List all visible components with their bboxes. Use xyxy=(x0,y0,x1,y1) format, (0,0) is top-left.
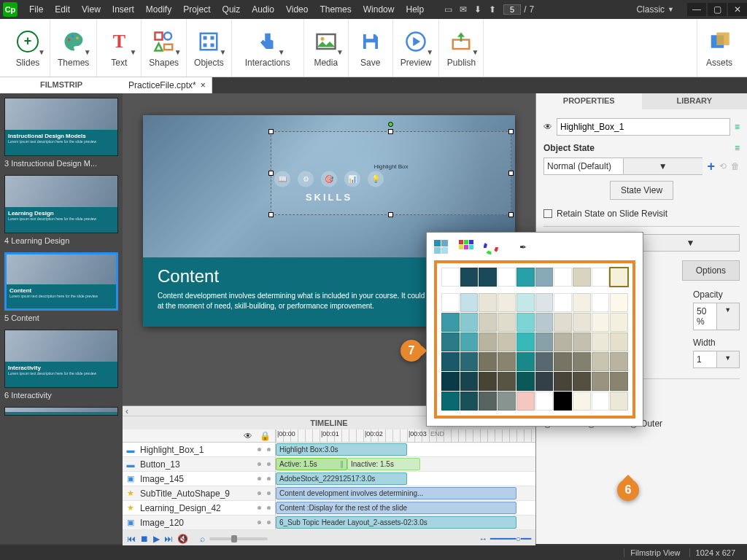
state-view-button[interactable]: State View xyxy=(610,181,673,200)
color-swatch[interactable] xyxy=(516,268,535,287)
ribbon-interactions[interactable]: ▼ Interactions xyxy=(232,19,304,77)
color-swatch[interactable] xyxy=(460,372,479,391)
color-swatch[interactable] xyxy=(479,392,497,411)
ribbon-media[interactable]: ▼ Media xyxy=(304,19,349,77)
color-swatch[interactable] xyxy=(610,293,628,312)
timeline-row[interactable]: ★SubTitle_AutoShape_9Content development… xyxy=(123,486,535,501)
color-swatch[interactable] xyxy=(592,392,610,411)
swatch-grid[interactable] xyxy=(434,260,635,419)
toolbar-icon[interactable]: ▭ xyxy=(444,4,452,15)
mail-icon[interactable]: ✉ xyxy=(460,4,467,15)
width-input[interactable]: 1▼ xyxy=(693,351,740,368)
mute-icon[interactable]: 🔇 xyxy=(177,534,188,544)
color-swatch[interactable] xyxy=(498,293,516,312)
close-tab-icon[interactable]: × xyxy=(201,80,206,90)
menu-file[interactable]: File xyxy=(23,1,49,18)
swatch-tab-icon[interactable] xyxy=(434,240,449,254)
color-swatch[interactable] xyxy=(441,293,460,312)
color-swatch[interactable] xyxy=(516,372,535,391)
add-state-icon[interactable]: + xyxy=(707,159,715,174)
object-name-input[interactable] xyxy=(557,118,730,136)
down-icon[interactable]: ⬇ xyxy=(474,4,481,15)
color-swatch[interactable] xyxy=(592,372,610,391)
ribbon-preview[interactable]: ▼ Preview xyxy=(393,19,440,77)
color-swatch[interactable] xyxy=(460,268,479,287)
timeline-row[interactable]: ▬Highlight_Box_1Highlight Box:3.0s xyxy=(123,443,535,457)
workspace-switcher[interactable]: Classic▼ xyxy=(632,4,678,15)
color-swatch[interactable] xyxy=(592,352,610,371)
color-swatch[interactable] xyxy=(573,332,591,351)
library-tab[interactable]: LIBRARY xyxy=(642,93,748,109)
color-swatch[interactable] xyxy=(610,372,628,391)
ribbon-shapes[interactable]: ▼ Shapes xyxy=(142,19,187,77)
color-swatch[interactable] xyxy=(554,268,572,287)
color-swatch[interactable] xyxy=(535,372,554,391)
filmstrip-thumb[interactable]: Instructional Design ModelsLorem ipsum t… xyxy=(4,98,118,168)
stop-icon[interactable]: ⏹ xyxy=(140,534,149,544)
color-swatch[interactable] xyxy=(441,332,460,351)
eyedropper-icon[interactable]: ✒ xyxy=(516,240,530,254)
color-swatch[interactable] xyxy=(516,293,535,312)
window-min[interactable]: — xyxy=(687,3,706,16)
color-swatch[interactable] xyxy=(610,392,628,411)
opacity-input[interactable]: 50 %▼ xyxy=(693,303,740,330)
page-current[interactable] xyxy=(503,4,521,15)
properties-tab[interactable]: PROPERTIES xyxy=(536,93,642,109)
state-dropdown[interactable]: Normal (Default)▼ xyxy=(543,158,703,175)
reset-icon[interactable]: ⟲ xyxy=(719,161,727,171)
ribbon-slides[interactable]: +▼ Slides xyxy=(6,19,50,77)
color-swatch[interactable] xyxy=(535,352,554,371)
color-swatch[interactable] xyxy=(498,313,516,332)
color-swatch[interactable] xyxy=(460,313,479,332)
menu-audio[interactable]: Audio xyxy=(246,1,280,18)
highlight-box[interactable]: Highlight Box xyxy=(271,131,511,215)
play-icon[interactable]: ▶ xyxy=(153,534,160,544)
timeline-row[interactable]: ★Learning_Design_42Content :Display for … xyxy=(123,501,535,516)
menu-icon[interactable]: ≡ xyxy=(735,122,740,132)
color-swatch[interactable] xyxy=(610,268,628,287)
color-swatch[interactable] xyxy=(479,293,497,312)
trash-icon[interactable]: 🗑 xyxy=(731,161,740,171)
color-swatch[interactable] xyxy=(610,313,628,332)
ribbon-save[interactable]: Save xyxy=(349,19,393,77)
eye-icon[interactable]: 👁 xyxy=(244,431,252,441)
timeline-row[interactable]: ▣Image_1206_Sub Topic Header Layout_2-as… xyxy=(123,516,535,530)
menu-video[interactable]: Video xyxy=(280,1,314,18)
color-swatch[interactable] xyxy=(479,352,497,371)
color-swatch[interactable] xyxy=(535,293,554,312)
color-swatch[interactable] xyxy=(460,332,479,351)
rgb-tab-icon[interactable] xyxy=(459,240,473,254)
color-swatch[interactable] xyxy=(554,352,572,371)
window-max[interactable]: ▢ xyxy=(708,3,727,16)
color-swatch[interactable] xyxy=(592,268,610,287)
color-swatch[interactable] xyxy=(498,372,516,391)
color-swatch[interactable] xyxy=(573,352,591,371)
color-swatch[interactable] xyxy=(535,313,554,332)
color-swatch[interactable] xyxy=(554,313,572,332)
ribbon-assets[interactable]: Assets xyxy=(697,19,741,77)
end-icon[interactable]: ⏭ xyxy=(164,534,173,544)
filmstrip-thumb[interactable]: Learning DesignLorem ipsum text descript… xyxy=(4,175,118,245)
color-swatch[interactable] xyxy=(498,332,516,351)
color-swatch[interactable] xyxy=(516,392,535,411)
menu-quiz[interactable]: Quiz xyxy=(217,1,247,18)
menu-project[interactable]: Project xyxy=(177,1,216,18)
color-swatch[interactable] xyxy=(441,268,460,287)
color-swatch[interactable] xyxy=(610,352,628,371)
color-swatch[interactable] xyxy=(479,372,497,391)
wheel-tab-icon[interactable] xyxy=(484,240,498,254)
color-swatch[interactable] xyxy=(516,352,535,371)
color-swatch[interactable] xyxy=(573,392,591,411)
color-swatch[interactable] xyxy=(441,313,460,332)
color-swatch[interactable] xyxy=(592,313,610,332)
menu-modify[interactable]: Modify xyxy=(140,1,177,18)
filmstrip-thumb[interactable]: ContentLorem ipsum text description here… xyxy=(4,252,118,322)
color-picker-popup[interactable]: ✒ xyxy=(426,232,643,427)
color-swatch[interactable] xyxy=(479,332,497,351)
filmstrip[interactable]: Instructional Design ModelsLorem ipsum t… xyxy=(0,93,123,544)
color-swatch[interactable] xyxy=(610,332,628,351)
color-swatch[interactable] xyxy=(498,352,516,371)
menu-themes[interactable]: Themes xyxy=(314,1,357,18)
color-swatch[interactable] xyxy=(516,332,535,351)
color-swatch[interactable] xyxy=(592,332,610,351)
